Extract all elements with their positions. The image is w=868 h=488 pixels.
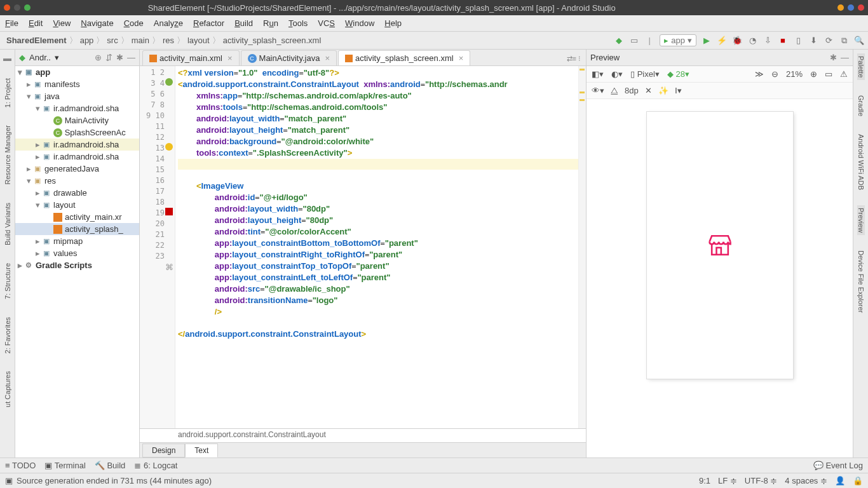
avd-manager-icon[interactable]: ▯ [793, 36, 803, 46]
project-view-label[interactable]: Andr.. [29, 53, 51, 62]
close-icon[interactable]: × [227, 53, 233, 63]
tool-structure[interactable]: 7: Structure [4, 261, 11, 302]
menu-vcs[interactable]: VCS [318, 18, 335, 28]
tool-build-variants[interactable]: Build Variants [4, 200, 11, 248]
crumb-layout[interactable]: layout [187, 36, 210, 45]
project-tree[interactable]: ▾▣app ▸▣manifests ▾▣java ▾▣ir.admandroid… [15, 66, 139, 458]
tool-build[interactable]: 🔨 Build [95, 461, 126, 470]
menu-refactor[interactable]: Refactor [193, 18, 224, 28]
tool-terminal[interactable]: ▣ Terminal [44, 461, 86, 470]
menu-edit[interactable]: Edit [29, 18, 43, 28]
api-selector[interactable]: ◆ 28▾ [667, 69, 689, 79]
menu-view[interactable]: View [53, 18, 71, 28]
project-structure-icon[interactable]: ⧉ [839, 36, 849, 46]
attach-debugger-icon[interactable]: ⇩ [763, 36, 773, 46]
debug-button[interactable]: 🐞 [732, 36, 742, 46]
tool-event-log[interactable]: 💬 Event Log [813, 461, 863, 470]
gear-icon[interactable]: ✱ [830, 53, 837, 62]
android-view-icon[interactable]: ◆ [19, 53, 25, 62]
run-button[interactable]: ▶ [702, 36, 712, 46]
line-separator[interactable]: LF ≑ [718, 476, 737, 485]
scroll-from-source-icon[interactable]: ⊕ [95, 53, 102, 62]
menu-code[interactable]: Code [124, 18, 144, 28]
menu-run[interactable]: Run [263, 18, 278, 28]
close-icon[interactable]: × [459, 53, 464, 63]
tool-wifi-adb[interactable]: Android WiFi ADB [857, 132, 865, 193]
tool-logcat[interactable]: ≣ 6: Logcat [134, 461, 177, 470]
tab-text[interactable]: Text [185, 444, 218, 458]
hide-icon[interactable]: — [127, 53, 135, 62]
device-selector-icon[interactable]: ▭ [629, 36, 639, 46]
hide-icon[interactable]: — [841, 53, 849, 62]
menu-tools[interactable]: Tools [288, 18, 308, 28]
breadcrumb-toggle-icon[interactable]: ⇄≡ ⁝ [562, 52, 586, 65]
file-encoding[interactable]: UTF-8 ≑ [745, 476, 777, 485]
crumb-app[interactable]: app [80, 36, 94, 45]
search-icon[interactable]: 🔍 [854, 36, 864, 46]
locale-icon[interactable]: ≫ [755, 69, 764, 79]
menu-help[interactable]: Help [384, 18, 402, 28]
crumb-res[interactable]: res [163, 36, 174, 45]
lock-icon[interactable]: 🔒 [853, 476, 863, 485]
profile-button[interactable]: ◔ [747, 36, 757, 46]
inspection-indicator-icon[interactable]: 👤 [835, 476, 845, 485]
guidelines-icon[interactable]: Ⅰ▾ [675, 86, 682, 95]
preview-surface[interactable] [587, 99, 853, 458]
code-editor[interactable]: <?xml version="1.0" encoding="utf-8"?> <… [175, 66, 578, 428]
view-options-icon[interactable]: 👁▾ [592, 86, 604, 95]
toggle-tool-windows-icon[interactable]: ▣ [5, 476, 13, 485]
gear-icon[interactable]: ✱ [116, 53, 123, 62]
device-selector[interactable]: ▯ Pixel▾ [630, 69, 660, 79]
caret-position[interactable]: 9:1 [699, 476, 710, 485]
menu-file[interactable]: File [5, 18, 18, 28]
tab-activity-main[interactable]: activity_main.xml× [142, 50, 240, 65]
menu-build[interactable]: Build [234, 18, 253, 28]
editor-gutter[interactable]: 1 2 3 4 5 6 7 8 9 10 11 12 13 14 15 16 1… [140, 66, 175, 428]
infer-constraints-icon[interactable]: ✨ [658, 86, 668, 95]
tool-resource-manager[interactable]: Resource Manager [4, 123, 11, 187]
crumb-file[interactable]: activity_splash_screen.xml [223, 36, 322, 45]
menu-analyze[interactable]: Analyze [154, 18, 183, 28]
tool-device-explorer[interactable]: Device File Explorer [857, 248, 865, 315]
surface-icon[interactable]: ◧▾ [592, 69, 604, 79]
stop-button[interactable]: ■ [778, 36, 788, 46]
tool-todo[interactable]: ≡ TODO [5, 461, 36, 470]
magnet-icon[interactable]: ⧋ [611, 86, 618, 96]
palette-label[interactable]: Palette [857, 53, 865, 80]
close-icon[interactable]: × [325, 53, 330, 63]
tab-design[interactable]: Design [142, 444, 185, 458]
orientation-icon[interactable]: ◐▾ [611, 69, 623, 79]
indent-setting[interactable]: 4 spaces ≑ [785, 476, 827, 485]
zoom-in-icon[interactable]: ⊕ [810, 69, 817, 79]
crumb-root[interactable]: SharedElement [6, 36, 67, 45]
clear-constraints-icon[interactable]: ✕ [645, 86, 652, 95]
collapse-all-icon[interactable]: ⇵ [105, 53, 112, 62]
editor-scrollbar[interactable] [578, 66, 586, 428]
run-config-selector[interactable]: ▸app▾ [660, 34, 696, 46]
maximize-window-icon[interactable] [24, 4, 31, 11]
android-icon[interactable]: ◆ [614, 36, 624, 46]
minimize-icon[interactable]: ▬ [3, 53, 11, 63]
tab-main-activity[interactable]: CMainActivity.java× [241, 50, 337, 65]
crumb-src[interactable]: src [107, 36, 118, 45]
apply-changes-icon[interactable]: ⚡ [717, 36, 727, 46]
close-window-icon[interactable] [4, 4, 10, 11]
tool-captures[interactable]: ut Captures [4, 369, 11, 410]
tool-project[interactable]: 1: Project [4, 76, 11, 110]
warnings-icon[interactable]: ⚠ [840, 69, 848, 79]
menu-window[interactable]: Window [345, 18, 374, 28]
sdk-manager-icon[interactable]: ⬇ [808, 36, 818, 46]
default-margin[interactable]: 8dp [625, 86, 639, 95]
crumb-main[interactable]: main [132, 36, 149, 45]
zoom-fit-icon[interactable]: ▭ [825, 69, 832, 79]
tool-gradle[interactable]: Gradle [857, 93, 865, 119]
menu-navigate[interactable]: Navigate [81, 18, 113, 28]
tool-favorites[interactable]: 2: Favorites [4, 315, 11, 356]
tab-splash-screen[interactable]: activity_splash_screen.xml× [338, 50, 470, 65]
tool-preview[interactable]: Preview [857, 205, 865, 235]
minimize-window-icon[interactable] [14, 4, 20, 11]
zoom-out-icon[interactable]: ⊖ [771, 69, 778, 79]
breadcrumb[interactable]: SharedElement〉 app〉 src〉 main〉 res〉 layo… [4, 34, 323, 48]
element-breadcrumb[interactable]: android.support.constraint.ConstraintLay… [140, 428, 586, 442]
sync-gradle-icon[interactable]: ⟳ [824, 36, 834, 46]
